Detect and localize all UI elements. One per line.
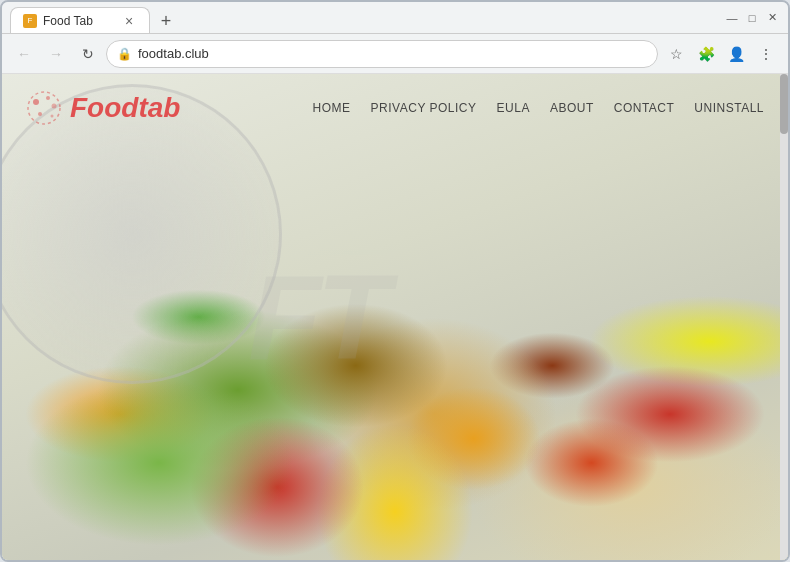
new-tab-button[interactable]: + (154, 9, 178, 33)
main-nav-links: HOME PRIVACY POLICY EULA ABOUT CONTACT U… (313, 101, 764, 115)
tab-close-button[interactable]: × (121, 13, 137, 29)
active-tab[interactable]: F Food Tab × (10, 7, 150, 33)
extensions-button[interactable]: 🧩 (692, 40, 720, 68)
svg-point-2 (46, 96, 50, 100)
back-button[interactable]: ← (10, 40, 38, 68)
url-text: foodtab.club (138, 46, 209, 61)
address-bar[interactable]: 🔒 foodtab.club (106, 40, 658, 68)
account-button[interactable]: 👤 (722, 40, 750, 68)
menu-button[interactable]: ⋮ (752, 40, 780, 68)
reload-button[interactable]: ↻ (74, 40, 102, 68)
window-controls: — □ ✕ (724, 10, 780, 26)
tab-title: Food Tab (43, 14, 93, 28)
navigation-bar: ← → ↻ 🔒 foodtab.club ☆ 🧩 👤 ⋮ (2, 34, 788, 74)
nav-link-uninstall[interactable]: UNINSTALL (694, 101, 764, 115)
logo-text: Foodtab (70, 92, 180, 124)
tab-area: F Food Tab × + (10, 2, 724, 33)
nav-link-home[interactable]: HOME (313, 101, 351, 115)
nav-link-privacy-policy[interactable]: PRIVACY POLICY (371, 101, 477, 115)
nav-right-icons: ☆ 🧩 👤 ⋮ (662, 40, 780, 68)
logo-icon (26, 90, 62, 126)
title-bar: F Food Tab × + — □ ✕ (2, 2, 788, 34)
tab-favicon: F (23, 14, 37, 28)
site-navigation: Foodtab HOME PRIVACY POLICY EULA ABOUT C… (2, 74, 788, 142)
scrollbar[interactable] (780, 74, 788, 560)
minimize-button[interactable]: — (724, 10, 740, 26)
browser-window: F Food Tab × + — □ ✕ ← → ↻ 🔒 foodtab.clu… (0, 0, 790, 562)
bookmark-button[interactable]: ☆ (662, 40, 690, 68)
hero-image: FT (2, 74, 788, 560)
site-logo: Foodtab (26, 90, 180, 126)
svg-point-4 (38, 112, 42, 116)
lock-icon: 🔒 (117, 47, 132, 61)
nav-link-about[interactable]: ABOUT (550, 101, 594, 115)
svg-point-1 (33, 99, 39, 105)
svg-point-5 (51, 115, 54, 118)
close-button[interactable]: ✕ (764, 10, 780, 26)
maximize-button[interactable]: □ (744, 10, 760, 26)
nav-link-eula[interactable]: EULA (497, 101, 530, 115)
forward-button[interactable]: → (42, 40, 70, 68)
watermark-text: FT (248, 248, 385, 386)
svg-point-3 (52, 104, 57, 109)
nav-link-contact[interactable]: CONTACT (614, 101, 675, 115)
website-content: FT Foodtab HOME PRIVACY POLICY E (2, 74, 788, 560)
